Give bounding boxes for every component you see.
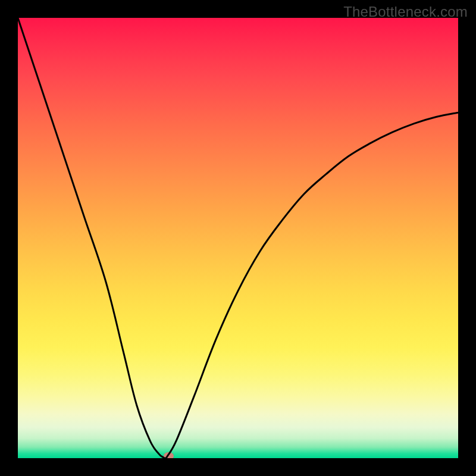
- watermark-text: TheBottleneck.com: [343, 4, 468, 20]
- chart-frame: TheBottleneck.com: [0, 0, 476, 476]
- curve-path: [18, 18, 458, 458]
- plot-area: [18, 18, 458, 458]
- bottleneck-curve: [18, 18, 458, 458]
